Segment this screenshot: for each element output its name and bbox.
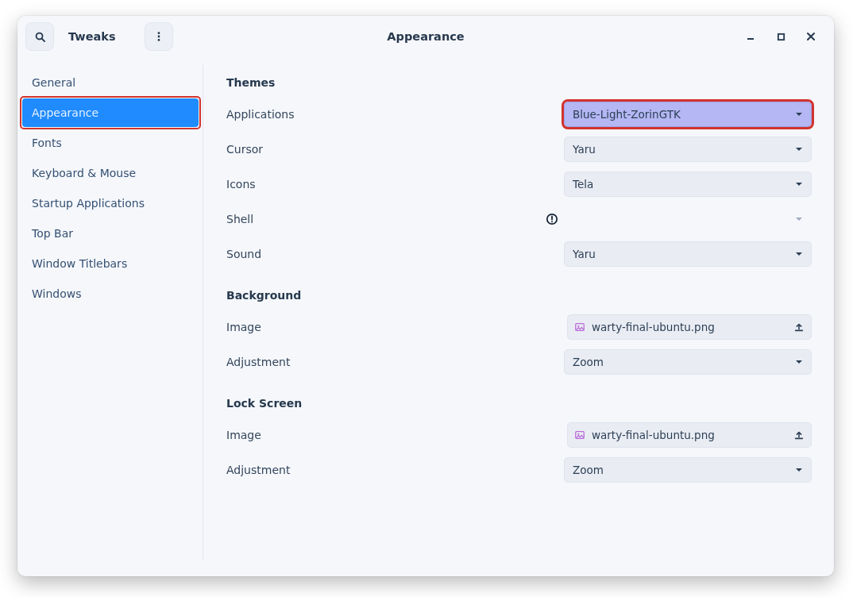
svg-line-1 [41, 38, 44, 40]
tweaks-window: Tweaks Appearance [17, 16, 834, 576]
svg-rect-6 [778, 33, 783, 39]
section-title-lockscreen: Lock Screen [226, 397, 812, 410]
maximize-button[interactable] [767, 23, 794, 50]
svg-point-13 [577, 325, 579, 327]
sidebar-item-label: General [22, 68, 199, 97]
warning-icon [545, 212, 559, 226]
sound-theme-select[interactable]: Yaru [564, 241, 812, 267]
svg-point-4 [157, 39, 160, 41]
sidebar-item-top-bar[interactable]: Top Bar [22, 219, 199, 248]
select-value: Tela [573, 178, 593, 191]
lockscreen-image-chooser[interactable]: warty-final-ubuntu.png [567, 422, 812, 448]
select-value: Zoom [573, 356, 604, 368]
sidebar-item-general[interactable]: General [22, 68, 199, 97]
background-adjustment-select[interactable]: Zoom [564, 349, 812, 375]
row-background-adjustment: Adjustment Zoom [226, 345, 812, 379]
cursor-theme-select[interactable]: Yaru [564, 137, 812, 162]
lockscreen-adjustment-select[interactable]: Zoom [564, 457, 812, 483]
sidebar: General Appearance Fonts Keyboard & Mous… [17, 57, 204, 576]
panel-title: Appearance [387, 30, 464, 43]
row-label: Adjustment [226, 464, 290, 476]
image-icon [574, 429, 585, 441]
row-shell-theme: Shell [226, 202, 812, 237]
caret-down-icon [795, 145, 803, 153]
header-bar: Tweaks Appearance [17, 16, 834, 57]
svg-point-16 [577, 433, 579, 435]
row-lockscreen-image: Image warty-final-ubuntu.png [226, 418, 812, 452]
row-label: Sound [226, 248, 261, 260]
background-image-chooser[interactable]: warty-final-ubuntu.png [567, 314, 812, 340]
row-applications-theme: Applications Blue-Light-ZorinGTK [226, 97, 812, 132]
sidebar-item-label: Appearance [22, 98, 199, 127]
row-label: Cursor [226, 143, 263, 156]
select-value: Yaru [573, 143, 596, 156]
row-lockscreen-adjustment: Adjustment Zoom [226, 452, 812, 487]
caret-down-icon [795, 180, 803, 188]
section-title-themes: Themes [226, 76, 812, 89]
sidebar-item-label: Window Titlebars [22, 249, 199, 278]
upload-icon [793, 321, 805, 333]
sidebar-item-window-titlebars[interactable]: Window Titlebars [22, 249, 199, 278]
sidebar-item-windows[interactable]: Windows [22, 279, 199, 308]
section-title-background: Background [226, 289, 812, 302]
icons-theme-select[interactable]: Tela [564, 171, 812, 197]
content-panel: Themes Applications Blue-Light-ZorinGTK … [204, 57, 834, 576]
close-icon [806, 32, 816, 41]
sidebar-item-label: Startup Applications [22, 189, 199, 218]
row-label: Image [226, 321, 261, 333]
select-value: Yaru [573, 248, 596, 260]
row-icons-theme: Icons Tela [226, 167, 812, 202]
sidebar-item-label: Keyboard & Mouse [22, 159, 199, 187]
row-label: Applications [226, 108, 295, 121]
caret-down-icon [795, 110, 803, 118]
svg-point-11 [551, 221, 553, 222]
row-label: Image [226, 429, 261, 441]
sidebar-item-label: Fonts [22, 129, 199, 157]
file-name: warty-final-ubuntu.png [592, 321, 715, 333]
select-value: Blue-Light-ZorinGTK [573, 108, 681, 121]
applications-theme-select[interactable]: Blue-Light-ZorinGTK [564, 102, 812, 127]
svg-point-3 [157, 36, 160, 38]
shell-theme-select [564, 206, 812, 232]
sidebar-item-appearance[interactable]: Appearance [22, 98, 199, 127]
upload-icon [793, 429, 805, 441]
minimize-button[interactable] [737, 23, 764, 50]
close-button[interactable] [797, 23, 824, 50]
sidebar-item-keyboard-mouse[interactable]: Keyboard & Mouse [22, 159, 199, 187]
search-icon [34, 31, 46, 43]
caret-down-icon [795, 358, 803, 366]
caret-down-icon [795, 215, 803, 223]
image-icon [574, 321, 585, 333]
row-cursor-theme: Cursor Yaru [226, 132, 812, 167]
kebab-menu-icon [153, 31, 164, 42]
app-title: Tweaks [68, 30, 116, 43]
maximize-icon [777, 33, 785, 41]
svg-point-2 [157, 32, 160, 34]
row-sound-theme: Sound Yaru [226, 237, 812, 271]
caret-down-icon [795, 250, 803, 258]
caret-down-icon [795, 466, 803, 474]
search-button[interactable] [25, 22, 54, 51]
file-name: warty-final-ubuntu.png [592, 429, 715, 441]
select-value: Zoom [573, 464, 604, 476]
sidebar-item-startup-apps[interactable]: Startup Applications [22, 189, 199, 218]
row-background-image: Image warty-final-ubuntu.png [226, 310, 812, 345]
row-label: Adjustment [226, 356, 290, 368]
sidebar-item-label: Windows [22, 279, 199, 308]
sidebar-item-label: Top Bar [22, 219, 199, 248]
row-label: Shell [226, 213, 253, 225]
minimize-icon [746, 32, 755, 41]
row-label: Icons [226, 178, 256, 191]
sidebar-item-fonts[interactable]: Fonts [22, 129, 199, 157]
menu-button[interactable] [145, 22, 173, 51]
